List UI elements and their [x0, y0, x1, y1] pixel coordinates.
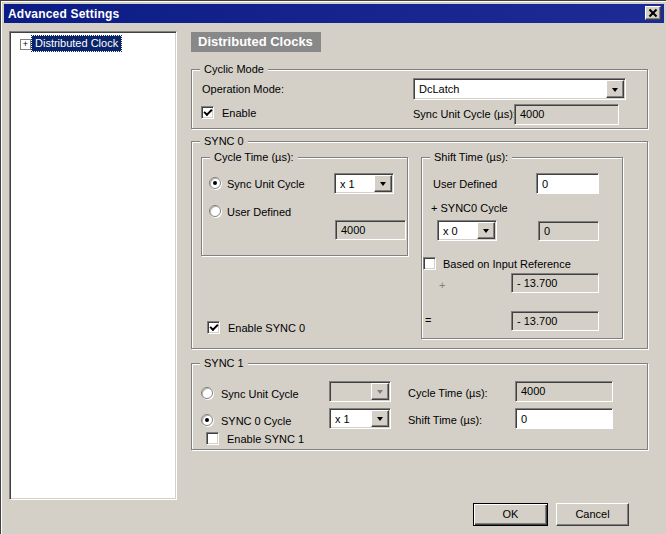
shift-multiplier-value: x 0	[438, 225, 476, 237]
cancel-button[interactable]: Cancel	[556, 503, 629, 526]
sync1-sync0-cycle-label[interactable]: SYNC 0 Cycle	[221, 415, 291, 428]
sync0-cycle-multiplier-select[interactable]: x 1	[334, 173, 394, 194]
enable-checkbox[interactable]	[201, 106, 214, 119]
sync0-sync-unit-cycle-label[interactable]: Sync Unit Cycle	[227, 178, 305, 191]
tree-expand-plus-icon[interactable]: +	[20, 39, 31, 50]
dropdown-arrow-icon	[371, 383, 389, 400]
sync0-user-defined-label[interactable]: User Defined	[227, 206, 291, 219]
based-on-input-reference-checkbox[interactable]	[423, 257, 436, 270]
sync1-legend: SYNC 1	[200, 357, 248, 369]
sync1-sync0-cycle-radio[interactable]	[201, 414, 213, 426]
dropdown-arrow-icon[interactable]	[606, 80, 624, 98]
enable-sync1-checkbox[interactable]	[206, 432, 219, 445]
sync0-sync-unit-cycle-radio[interactable]	[209, 177, 221, 189]
shift-multiplier-select[interactable]: x 0	[437, 220, 497, 241]
based-on-input-reference-label[interactable]: Based on Input Reference	[443, 258, 571, 271]
operation-mode-select[interactable]: DcLatch	[413, 78, 626, 100]
dropdown-arrow-icon[interactable]	[477, 222, 495, 239]
close-icon	[649, 9, 657, 17]
shift-equals-label: =	[425, 314, 431, 327]
sync0-cycle-time-value-field: 4000	[335, 220, 406, 240]
sync1-shift-time-input[interactable]	[515, 408, 613, 429]
sync0-cycle-multiplier-value: x 1	[335, 178, 373, 190]
tree-panel[interactable]: + Distributed Clock	[9, 31, 177, 500]
sync1-sync0-multiplier-select[interactable]: x 1	[329, 408, 391, 429]
shift-equals-value-field: - 13.700	[511, 311, 599, 331]
shift-cycle-value-field: 0	[538, 221, 599, 241]
shift-user-defined-label: User Defined	[433, 178, 497, 191]
dropdown-arrow-icon[interactable]	[374, 175, 392, 192]
sync0-legend: SYNC 0	[200, 135, 248, 147]
sync1-unit-multiplier-select	[329, 381, 391, 402]
enable-label[interactable]: Enable	[222, 107, 256, 120]
advanced-settings-dialog: Advanced Settings + Distributed Clock Di…	[0, 0, 666, 534]
operation-mode-label: Operation Mode:	[202, 83, 284, 96]
sync1-shift-time-label: Shift Time (µs):	[408, 414, 482, 427]
shift-sync0-cycle-label: + SYNC0 Cycle	[431, 202, 508, 215]
shift-plus-value-field: - 13.700	[511, 273, 599, 293]
window-title: Advanced Settings	[4, 7, 119, 21]
sync1-sync0-multiplier-value: x 1	[330, 413, 370, 425]
tree-item-distributed-clock[interactable]: Distributed Clock	[32, 36, 121, 51]
enable-sync0-label[interactable]: Enable SYNC 0	[228, 322, 305, 335]
sync1-cycle-time-value-field: 4000	[515, 381, 613, 402]
ok-button[interactable]: OK	[473, 503, 548, 526]
cyclic-mode-legend: Cyclic Mode	[200, 63, 268, 75]
sync0-cycle-time-legend: Cycle Time (µs):	[210, 151, 298, 163]
shift-plus-label: +	[439, 279, 445, 292]
sync1-cycle-time-label: Cycle Time (µs):	[408, 387, 488, 400]
shift-user-defined-input[interactable]	[536, 173, 599, 194]
sync1-sync-unit-cycle-radio[interactable]	[201, 387, 213, 399]
sync0-user-defined-radio[interactable]	[209, 205, 221, 217]
dropdown-arrow-icon[interactable]	[371, 410, 389, 427]
sync0-shift-time-legend: Shift Time (µs):	[430, 151, 512, 163]
sync1-sync-unit-cycle-label[interactable]: Sync Unit Cycle	[221, 388, 299, 401]
title-bar[interactable]: Advanced Settings	[4, 4, 664, 23]
operation-mode-value: DcLatch	[414, 83, 605, 95]
sync-unit-cycle-value-field: 4000	[514, 104, 619, 125]
enable-sync0-checkbox[interactable]	[207, 321, 220, 334]
close-button[interactable]	[645, 6, 661, 20]
enable-sync1-label[interactable]: Enable SYNC 1	[227, 433, 304, 446]
sync-unit-cycle-label: Sync Unit Cycle (µs):	[413, 108, 516, 121]
page-title: Distributed Clocks	[191, 32, 321, 52]
